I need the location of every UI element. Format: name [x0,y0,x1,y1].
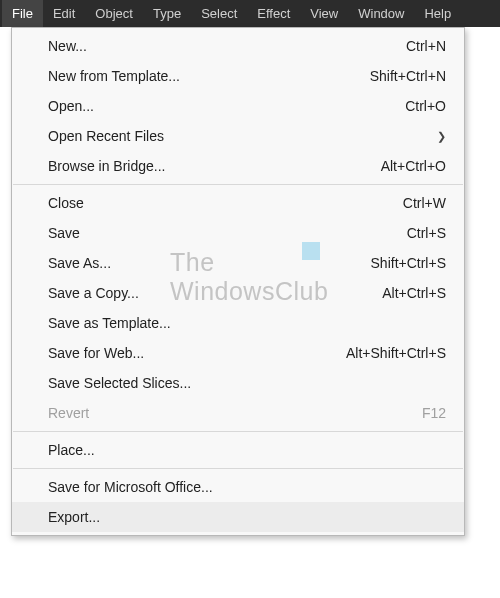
menu-item-save-for-microsoft-office[interactable]: Save for Microsoft Office... [12,472,464,502]
menu-item-save[interactable]: SaveCtrl+S [12,218,464,248]
menu-item-label: Save for Microsoft Office... [48,479,446,495]
menu-item-label: Revert [48,405,422,421]
menu-item-save-a-copy[interactable]: Save a Copy...Alt+Ctrl+S [12,278,464,308]
menu-item-label: Open... [48,98,405,114]
menu-item-shortcut: Alt+Ctrl+O [381,158,446,174]
menu-item-shortcut: Ctrl+O [405,98,446,114]
menu-item-save-selected-slices[interactable]: Save Selected Slices... [12,368,464,398]
menu-item-shortcut: Ctrl+S [407,225,446,241]
menu-item-label: Open Recent Files [48,128,432,144]
menu-item-label: New from Template... [48,68,370,84]
menu-item-export[interactable]: Export... [12,502,464,532]
menubar-item-effect[interactable]: Effect [247,0,300,27]
menu-item-label: Save a Copy... [48,285,382,301]
menu-item-shortcut: F12 [422,405,446,421]
menu-item-open-recent-files[interactable]: Open Recent Files❯ [12,121,464,151]
menu-item-save-for-web[interactable]: Save for Web...Alt+Shift+Ctrl+S [12,338,464,368]
menu-item-browse-in-bridge[interactable]: Browse in Bridge...Alt+Ctrl+O [12,151,464,181]
menubar-item-object[interactable]: Object [85,0,143,27]
menubar-item-file[interactable]: File [2,0,43,27]
menu-item-shortcut: Alt+Ctrl+S [382,285,446,301]
menu-item-label: Export... [48,509,446,525]
menu-item-label: Save [48,225,407,241]
menu-item-new-from-template[interactable]: New from Template...Shift+Ctrl+N [12,61,464,91]
menubar-item-edit[interactable]: Edit [43,0,85,27]
menubar-item-type[interactable]: Type [143,0,191,27]
menu-item-revert: RevertF12 [12,398,464,428]
menu-item-shortcut: Ctrl+W [403,195,446,211]
menubar-item-select[interactable]: Select [191,0,247,27]
menu-item-close[interactable]: CloseCtrl+W [12,188,464,218]
menu-bar: FileEditObjectTypeSelectEffectViewWindow… [0,0,500,27]
menu-item-open[interactable]: Open...Ctrl+O [12,91,464,121]
menu-item-save-as[interactable]: Save As...Shift+Ctrl+S [12,248,464,278]
menubar-item-window[interactable]: Window [348,0,414,27]
menu-item-label: Save Selected Slices... [48,375,446,391]
menubar-item-view[interactable]: View [300,0,348,27]
file-dropdown-menu: New...Ctrl+NNew from Template...Shift+Ct… [11,27,465,536]
menu-item-new[interactable]: New...Ctrl+N [12,31,464,61]
menu-separator [13,431,463,432]
menu-item-label: Place... [48,442,446,458]
menu-item-label: Save As... [48,255,371,271]
menu-item-label: Save for Web... [48,345,346,361]
menu-item-shortcut: Alt+Shift+Ctrl+S [346,345,446,361]
menu-item-label: Browse in Bridge... [48,158,381,174]
menu-item-label: New... [48,38,406,54]
menu-item-shortcut: Ctrl+N [406,38,446,54]
menubar-item-help[interactable]: Help [414,0,461,27]
menu-item-label: Save as Template... [48,315,446,331]
menu-item-shortcut: Shift+Ctrl+N [370,68,446,84]
chevron-right-icon: ❯ [432,130,446,143]
menu-separator [13,184,463,185]
menu-item-place[interactable]: Place... [12,435,464,465]
menu-separator [13,468,463,469]
menu-item-shortcut: Shift+Ctrl+S [371,255,446,271]
menu-item-save-as-template[interactable]: Save as Template... [12,308,464,338]
menu-item-label: Close [48,195,403,211]
